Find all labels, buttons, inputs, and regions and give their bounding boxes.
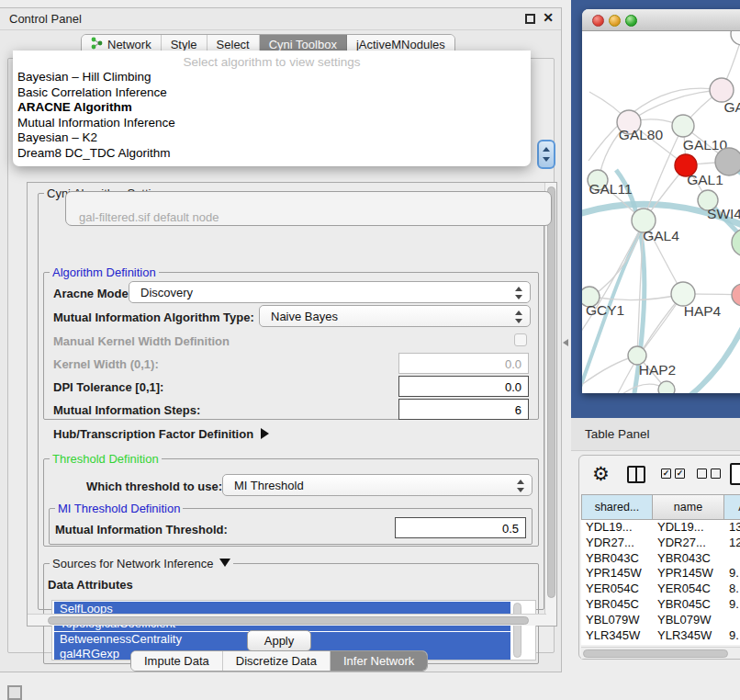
algorithm-option[interactable]: Dream8 DC_TDC Algorithm xyxy=(13,146,531,162)
network-node-gal10[interactable] xyxy=(672,115,694,137)
mi-steps-input[interactable]: 6 xyxy=(398,399,529,420)
algorithm-option[interactable]: ARACNE Algorithm xyxy=(13,100,531,116)
table-cell: 9. xyxy=(724,566,740,581)
network-select-combo[interactable]: gal-filtered.sif default node xyxy=(65,191,552,226)
divider xyxy=(635,468,637,481)
algorithm-option[interactable]: Mutual Information Inference xyxy=(13,116,531,131)
checked-checkbox-icon[interactable]: ✓ xyxy=(675,469,685,479)
kernel-width-input[interactable]: 0.0 xyxy=(398,353,529,374)
algorithm-option[interactable]: Basic Correlation Inference xyxy=(13,85,531,101)
scrollbar-thumb[interactable] xyxy=(583,649,728,658)
aracne-mode-select[interactable]: Discovery xyxy=(129,281,531,303)
mi-type-value: Naive Bayes xyxy=(271,310,338,323)
table-row[interactable]: YBR045CYBR045C9. xyxy=(581,597,740,613)
network-node[interactable] xyxy=(658,381,675,393)
hub-section-toggle[interactable]: Hub/Transcription Factor Definition xyxy=(53,427,269,441)
stepper-down-icon xyxy=(543,157,550,162)
column-header-A[interactable]: A xyxy=(724,494,740,520)
group-title: Threshold Definition xyxy=(50,452,162,466)
table-row[interactable]: YPR145WYPR145W9. xyxy=(581,566,740,581)
float-window-icon[interactable] xyxy=(525,14,535,24)
network-window-titlebar[interactable] xyxy=(582,9,740,31)
column-header-shared...[interactable]: shared... xyxy=(581,494,653,520)
table-cell: YBL079W xyxy=(581,613,653,628)
algorithm-option[interactable]: Bayesian – Hill Climbing xyxy=(13,70,531,85)
mi-steps-value: 6 xyxy=(515,403,521,417)
tab-discretize-data[interactable]: Discretize Data xyxy=(223,651,331,671)
table-cell: 9. xyxy=(724,597,740,613)
mi-type-select[interactable]: Naive Bayes xyxy=(259,305,531,327)
node-label: GAL80 xyxy=(619,127,664,142)
columns-icon[interactable] xyxy=(627,466,645,483)
apply-button[interactable]: Apply xyxy=(247,630,311,651)
network-node[interactable] xyxy=(731,31,740,45)
document-icon[interactable] xyxy=(730,463,740,485)
mi-threshold-value: 0.5 xyxy=(502,522,519,536)
manual-kernel-checkbox[interactable] xyxy=(514,333,527,346)
tab-label: jActiveMNodules xyxy=(356,38,445,51)
combo-arrows-icon xyxy=(515,286,523,300)
table-cell: YIL052C xyxy=(581,643,653,645)
algorithm-option[interactable]: Bayesian – K2 xyxy=(13,130,531,146)
popup-placeholder: Select algorithm to view settings xyxy=(13,54,531,70)
mi-threshold-label: Mutual Information Threshold: xyxy=(55,523,228,536)
table-cell: YLR345W xyxy=(653,628,724,644)
network-view-window: GALGAL80GAL10GAL1SWI4GAL11GAL4GCY1HAP4YH… xyxy=(582,9,740,393)
table-row[interactable]: YIL052CYIL052C9 xyxy=(581,643,740,645)
sources-group-toggle[interactable]: Sources for Network Inference xyxy=(50,557,233,570)
expanded-arrow-icon xyxy=(219,559,230,567)
gear-icon[interactable]: ⚙ xyxy=(592,463,610,485)
tab-infer-network[interactable]: Infer Network xyxy=(331,651,427,671)
table-row[interactable]: YER054CYER054C8. xyxy=(581,581,740,597)
settings-vertical-scrollbar[interactable] xyxy=(544,183,556,626)
node-label: GCY1 xyxy=(586,302,624,318)
unchecked-checkbox-icon[interactable] xyxy=(711,469,721,479)
network-node[interactable] xyxy=(732,229,740,256)
table-cell: YDL19... xyxy=(653,520,724,536)
scrollbar-thumb[interactable] xyxy=(513,603,521,658)
dpi-tolerance-input[interactable]: 0.0 xyxy=(398,376,529,397)
table-panel: ⚙ ✓ ✓ shared...nameA YDL19...YDL19...13Y… xyxy=(578,455,740,660)
which-threshold-select[interactable]: MI Threshold xyxy=(222,474,533,496)
bottom-tab-bar: Impute DataDiscretize DataInfer Network xyxy=(130,650,428,672)
node-attribute-table[interactable]: shared...nameA YDL19...YDL19...13YDR27..… xyxy=(581,494,740,645)
close-icon[interactable]: ✕ xyxy=(543,10,554,25)
hidden-combo-stepper[interactable] xyxy=(537,140,555,169)
aracne-mode-label: Aracne Mode: xyxy=(53,287,132,300)
network-node-y[interactable] xyxy=(732,284,740,306)
scrollbar-thumb[interactable] xyxy=(48,616,529,625)
attr-list-scrollbar[interactable] xyxy=(513,603,523,659)
network-canvas[interactable]: GALGAL80GAL10GAL1SWI4GAL11GAL4GCY1HAP4YH… xyxy=(582,31,740,393)
table-cell: YDR27... xyxy=(653,536,724,551)
table-row[interactable]: YBL079WYBL079W xyxy=(581,613,740,628)
manual-kernel-label: Manual Kernel Width Definition xyxy=(53,334,230,348)
tab-impute-data[interactable]: Impute Data xyxy=(131,651,223,671)
mac-minimize-icon[interactable] xyxy=(609,15,621,27)
network-edge[interactable] xyxy=(591,294,683,300)
table-horizontal-scrollbar[interactable] xyxy=(581,647,740,659)
scrollbar-thumb[interactable] xyxy=(547,186,555,598)
unchecked-checkbox-icon[interactable] xyxy=(697,469,707,479)
split-pane-collapse-icon[interactable] xyxy=(563,339,568,346)
popup-items: Bayesian – Hill ClimbingBasic Correlatio… xyxy=(13,70,531,161)
docked-panel-icon[interactable] xyxy=(7,685,22,700)
mac-zoom-icon[interactable] xyxy=(625,15,637,27)
table-cell xyxy=(724,613,740,628)
table-row[interactable]: YDL19...YDL19...13 xyxy=(581,520,740,536)
mi-threshold-input[interactable]: 0.5 xyxy=(395,517,526,538)
table-cell: YBR043C xyxy=(581,551,653,567)
network-node[interactable] xyxy=(715,148,740,175)
settings-horizontal-scrollbar[interactable] xyxy=(28,614,546,626)
tab-label: Cyni Toolbox xyxy=(269,38,337,51)
table-cell: YDL19... xyxy=(581,520,653,536)
table-row[interactable]: YDR27...YDR27...12 xyxy=(581,536,740,551)
node-label: SWI4 xyxy=(707,206,740,221)
mac-close-icon[interactable] xyxy=(592,15,604,27)
dpi-tolerance-label: DPI Tolerance [0,1]: xyxy=(53,380,163,394)
table-row[interactable]: YBR043CYBR043C xyxy=(581,551,740,567)
checked-checkbox-icon[interactable]: ✓ xyxy=(661,469,671,479)
table-row[interactable]: YLR345WYLR345W9. xyxy=(581,628,740,644)
group-title: Algorithm Definition xyxy=(50,265,159,279)
node-label: GAL1 xyxy=(687,172,723,187)
column-header-name[interactable]: name xyxy=(653,494,724,520)
